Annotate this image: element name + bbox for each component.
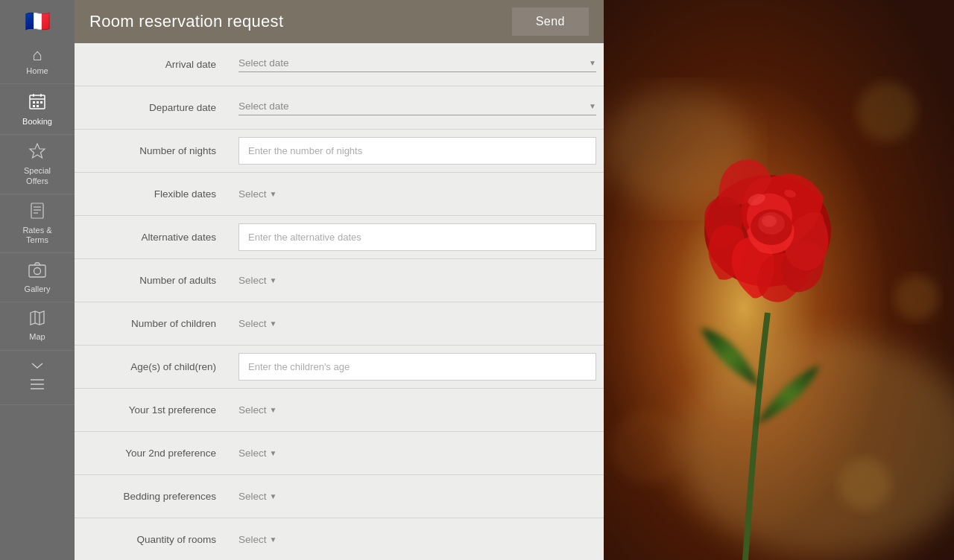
preference-2-row: Your 2nd preference Select ▼ [75, 432, 604, 475]
sidebar-item-more[interactable] [0, 351, 75, 405]
rates-icon [28, 202, 46, 223]
sidebar-item-home[interactable]: ⌂ Home [0, 39, 75, 84]
flexible-dates-row: Flexible dates Select ▼ [75, 173, 604, 216]
sidebar-item-map[interactable]: Map [0, 302, 75, 350]
flexible-dates-value: Select [238, 188, 267, 200]
bedding-field[interactable]: Select ▼ [231, 485, 604, 508]
svg-rect-14 [29, 265, 45, 277]
children-age-row: Age(s) of child(ren) [75, 346, 604, 389]
nights-label: Number of nights [75, 145, 231, 156]
flexible-dates-arrow: ▼ [270, 190, 277, 198]
preference-1-value: Select [238, 404, 267, 416]
alternative-dates-input[interactable] [238, 223, 596, 251]
sidebar-item-rates-terms-label: Rates &Terms [22, 226, 51, 245]
svg-rect-6 [40, 101, 42, 104]
nights-row: Number of nights [75, 130, 604, 173]
children-value: Select [238, 318, 267, 329]
preference-1-arrow: ▼ [270, 406, 277, 414]
svg-point-28 [762, 215, 777, 227]
bedding-value: Select [238, 491, 267, 502]
form-panel: Room reservation request Send Arrival da… [75, 0, 604, 560]
departure-date-select[interactable]: Select date ▼ [238, 101, 596, 115]
send-button[interactable]: Send [512, 7, 589, 36]
arrival-date-value: Select date [238, 57, 586, 69]
svg-point-32 [894, 276, 939, 320]
departure-date-arrow: ▼ [589, 102, 596, 110]
arrival-date-row: Arrival date Select date ▼ [75, 43, 604, 86]
preference-1-select[interactable]: Select ▼ [238, 398, 596, 421]
svg-marker-9 [30, 144, 45, 158]
departure-date-value: Select date [238, 101, 586, 112]
children-label: Number of children [75, 318, 231, 329]
children-arrow: ▼ [270, 319, 277, 328]
language-flag[interactable]: 🇫🇷 [0, 0, 75, 39]
svg-rect-7 [33, 105, 35, 107]
svg-marker-16 [31, 311, 44, 325]
departure-date-field[interactable]: Select date ▼ [231, 101, 604, 115]
preference-2-value: Select [238, 448, 267, 459]
svg-point-31 [857, 82, 917, 141]
sidebar-item-special-offers-label: SpecialOffers [24, 166, 51, 185]
rooms-select[interactable]: Select ▼ [238, 528, 596, 551]
preference-1-label: Your 1st preference [75, 404, 231, 416]
rooms-value: Select [238, 534, 267, 545]
preference-2-arrow: ▼ [270, 449, 277, 457]
alternative-dates-field[interactable] [231, 223, 604, 251]
form-header: Room reservation request Send [75, 0, 604, 43]
page-title: Room reservation request [89, 12, 283, 31]
children-age-input[interactable] [238, 353, 596, 381]
sidebar-item-booking[interactable]: Booking [0, 84, 75, 135]
main-content: Room reservation request Send Arrival da… [75, 0, 954, 560]
adults-field[interactable]: Select ▼ [231, 269, 604, 292]
svg-rect-10 [31, 203, 43, 218]
bedding-row: Bedding preferences Select ▼ [75, 475, 604, 518]
children-field[interactable]: Select ▼ [231, 312, 604, 335]
preference-2-label: Your 2nd preference [75, 448, 231, 459]
sidebar-item-map-label: Map [29, 332, 45, 342]
arrival-date-label: Arrival date [75, 59, 231, 70]
children-age-field[interactable] [231, 353, 604, 381]
rooms-field[interactable]: Select ▼ [231, 528, 604, 551]
children-select[interactable]: Select ▼ [238, 312, 596, 335]
preference-1-row: Your 1st preference Select ▼ [75, 389, 604, 432]
rose-svg [604, 0, 954, 560]
arrival-date-field[interactable]: Select date ▼ [231, 57, 604, 72]
map-icon [29, 310, 45, 329]
sidebar-item-special-offers[interactable]: SpecialOffers [0, 135, 75, 194]
svg-rect-5 [37, 101, 39, 104]
svg-point-15 [34, 268, 41, 275]
bedding-select[interactable]: Select ▼ [238, 485, 596, 508]
sidebar: 🇫🇷 ⌂ Home Booking Speci [0, 0, 75, 560]
preference-2-select[interactable]: Select ▼ [238, 442, 596, 465]
bedding-label: Bedding preferences [75, 491, 231, 502]
flexible-dates-field[interactable]: Select ▼ [231, 182, 604, 206]
arrival-date-select[interactable]: Select date ▼ [238, 57, 596, 72]
decorative-image [604, 0, 954, 560]
rooms-arrow: ▼ [270, 535, 277, 544]
arrival-date-arrow: ▼ [589, 59, 596, 67]
sidebar-item-booking-label: Booking [22, 117, 52, 127]
adults-arrow: ▼ [270, 276, 277, 284]
flexible-dates-select[interactable]: Select ▼ [238, 182, 596, 206]
camera-icon [28, 261, 47, 281]
adults-value: Select [238, 275, 267, 286]
svg-rect-8 [37, 105, 39, 107]
sidebar-item-rates-terms[interactable]: Rates &Terms [0, 194, 75, 253]
list-icon [29, 378, 45, 394]
booking-icon [28, 92, 47, 114]
svg-point-33 [611, 410, 686, 484]
preference-2-field[interactable]: Select ▼ [231, 442, 604, 465]
svg-point-34 [838, 458, 891, 510]
adults-label: Number of adults [75, 275, 231, 286]
rooms-label: Quantity of rooms [75, 534, 231, 545]
sidebar-item-gallery-label: Gallery [25, 284, 51, 294]
preference-1-field[interactable]: Select ▼ [231, 398, 604, 421]
nights-field[interactable] [231, 137, 604, 165]
bedding-arrow: ▼ [270, 492, 277, 500]
nights-input[interactable] [238, 137, 596, 165]
adults-select[interactable]: Select ▼ [238, 269, 596, 292]
svg-rect-4 [33, 101, 35, 104]
sidebar-item-gallery[interactable]: Gallery [0, 253, 75, 302]
adults-row: Number of adults Select ▼ [75, 259, 604, 302]
departure-date-row: Departure date Select date ▼ [75, 86, 604, 130]
